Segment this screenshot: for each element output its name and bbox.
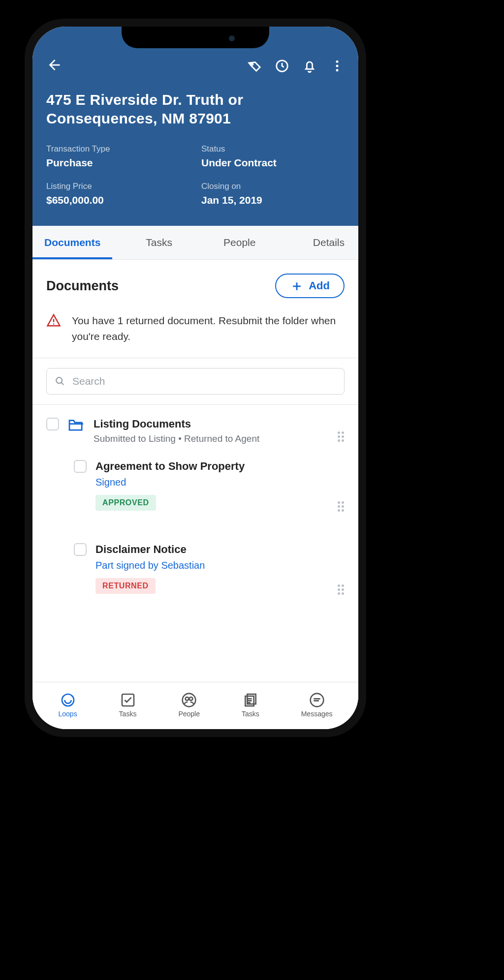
content-area: Documents ＋ Add You have 1 returned docu… (32, 260, 358, 684)
device-notch (122, 27, 269, 48)
tab-details[interactable]: Details (301, 226, 358, 259)
folder-checkbox[interactable] (46, 418, 59, 430)
document-title: Disclaimer Notice (95, 543, 205, 556)
header: 475 E Riverside Dr. Truth or Consequence… (32, 27, 358, 226)
bottom-nav: Loops Tasks People Tasks Messages (32, 682, 358, 729)
search-field[interactable] (46, 368, 345, 395)
clock-icon[interactable] (275, 59, 289, 73)
nav-tasks2[interactable]: Tasks (242, 692, 259, 718)
folder-row[interactable]: Listing Documents Submitted to Listing •… (32, 405, 358, 449)
listing-price-value: $650,000.00 (46, 194, 189, 206)
nav-label: Loops (58, 710, 77, 718)
nav-people[interactable]: People (178, 692, 200, 718)
alert-text: You have 1 returned document. Resubmit t… (72, 313, 345, 344)
svg-point-10 (186, 697, 189, 701)
document-status: Signed (95, 477, 245, 488)
section-title: Documents (46, 278, 119, 294)
folder-title: Listing Documents (94, 418, 259, 430)
closing-label: Closing on (201, 182, 345, 191)
more-vert-icon[interactable] (330, 59, 345, 73)
alert-banner: You have 1 returned document. Resubmit t… (32, 311, 358, 358)
page-title: 475 E Riverside Dr. Truth or Consequence… (46, 91, 345, 127)
nav-label: Messages (301, 710, 333, 718)
transaction-type-value: Purchase (46, 157, 189, 169)
svg-point-5 (53, 323, 55, 325)
document-checkbox[interactable] (74, 460, 87, 473)
arrow-left-icon (46, 58, 61, 72)
nav-tasks[interactable]: Tasks (119, 692, 137, 718)
svg-point-3 (336, 65, 339, 67)
svg-point-6 (56, 377, 62, 383)
drag-handle-icon[interactable] (338, 431, 345, 442)
svg-point-4 (336, 69, 339, 71)
document-checkbox[interactable] (74, 543, 87, 556)
status-badge: RETURNED (95, 578, 156, 594)
document-row[interactable]: Agreement to Show Property Signed APPROV… (32, 449, 358, 516)
folder-subtitle: Submitted to Listing • Returned to Agent (94, 433, 259, 444)
search-input[interactable] (72, 375, 336, 387)
transaction-type-label: Transaction Type (46, 144, 189, 154)
status-value: Under Contract (201, 157, 345, 169)
document-title: Agreement to Show Property (95, 460, 245, 473)
nav-label: People (178, 710, 200, 718)
people-icon (181, 692, 197, 708)
svg-point-9 (183, 693, 196, 706)
document-status: Part signed by Sebastian (95, 560, 205, 571)
svg-point-7 (62, 694, 74, 706)
nav-label: Tasks (119, 710, 137, 718)
tab-tasks[interactable]: Tasks (134, 226, 184, 259)
nav-label: Tasks (242, 710, 259, 718)
add-button-label: Add (309, 279, 330, 292)
closing-value: Jan 15, 2019 (201, 194, 345, 206)
loops-icon (60, 692, 76, 708)
folder-open-icon (68, 418, 85, 431)
svg-point-0 (251, 63, 253, 65)
screen: 475 E Riverside Dr. Truth or Consequence… (32, 27, 358, 729)
status-badge: APPROVED (95, 495, 156, 511)
documents-icon (243, 692, 258, 708)
status-label: Status (201, 144, 345, 154)
nav-messages[interactable]: Messages (301, 692, 333, 718)
tab-documents[interactable]: Documents (32, 226, 112, 259)
warning-icon (46, 313, 61, 328)
drag-handle-icon[interactable] (338, 501, 345, 512)
tab-bar: Documents Tasks People Details (32, 226, 358, 260)
back-button[interactable] (46, 58, 61, 74)
messages-icon (309, 692, 325, 708)
document-row[interactable]: Disclaimer Notice Part signed by Sebasti… (32, 532, 358, 599)
svg-point-2 (336, 61, 339, 63)
add-button[interactable]: ＋ Add (275, 274, 345, 298)
nav-loops[interactable]: Loops (58, 692, 77, 718)
tag-icon[interactable] (247, 59, 262, 73)
tab-people[interactable]: People (212, 226, 267, 259)
svg-point-11 (189, 697, 193, 701)
checkbox-icon (120, 692, 136, 708)
drag-handle-icon[interactable] (338, 584, 345, 595)
phone-frame: 475 E Riverside Dr. Truth or Consequence… (25, 19, 366, 737)
search-icon (55, 376, 65, 387)
listing-price-label: Listing Price (46, 182, 189, 191)
bell-icon[interactable] (302, 59, 317, 73)
